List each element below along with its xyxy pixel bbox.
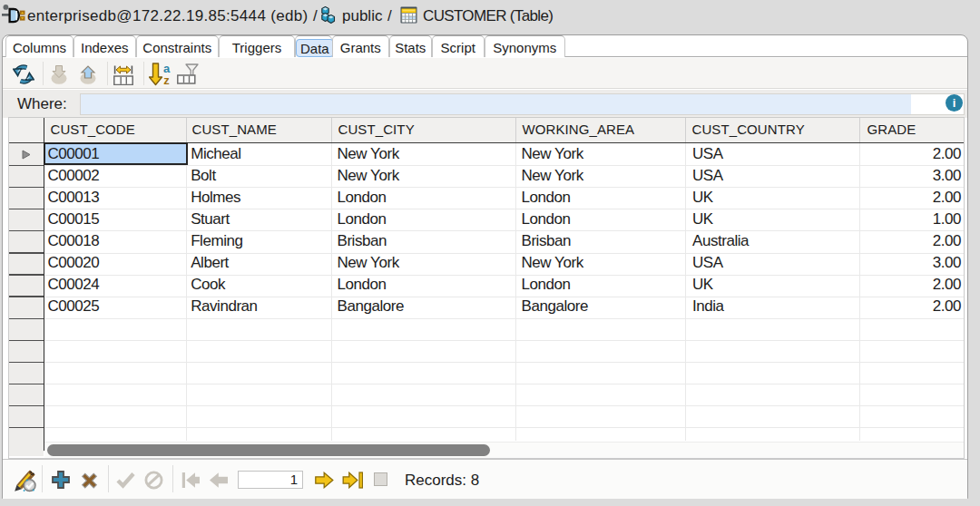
svg-text:z: z: [163, 73, 170, 86]
